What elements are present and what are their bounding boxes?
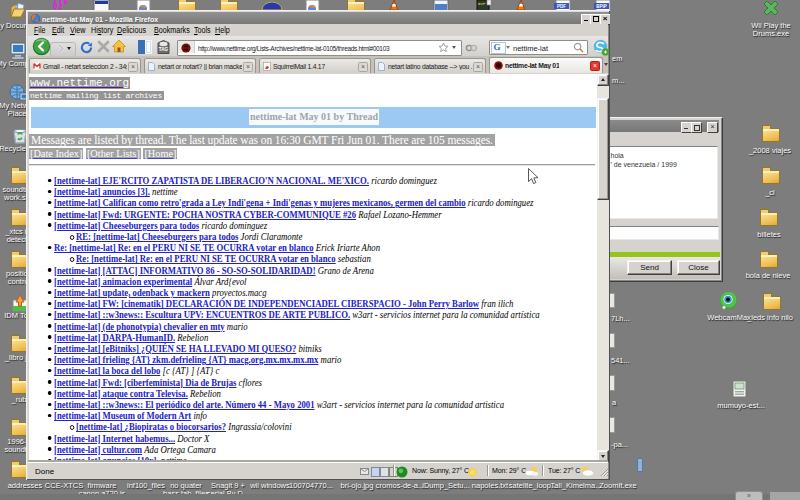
svg-text:BPiP: BPiP: [596, 4, 607, 9]
svg-text:GIF: GIF: [478, 2, 486, 6]
svg-text:PDF: PDF: [557, 4, 566, 9]
svg-text:TAG: TAG: [159, 47, 169, 52]
